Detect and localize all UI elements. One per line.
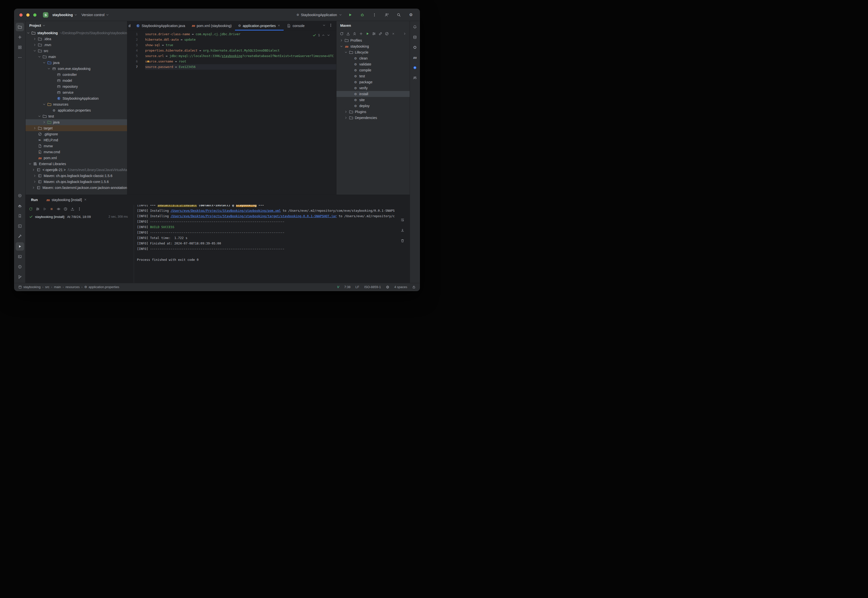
link-button[interactable] xyxy=(377,31,383,37)
tree-item[interactable]: ⚙site xyxy=(336,97,410,103)
tree-item[interactable]: Maven: ch.qos.logback:logback-classic:1.… xyxy=(25,173,127,179)
tree-item[interactable]: controller xyxy=(25,72,127,78)
chevron-right-icon[interactable] xyxy=(32,126,37,130)
editor-tab[interactable]: d xyxy=(128,21,133,30)
console-link[interactable]: /Users/eve/Desktop/Projects/StayBooking/… xyxy=(171,214,337,218)
chevron-right-icon[interactable] xyxy=(32,180,37,184)
tree-item[interactable]: ⚙validate xyxy=(336,61,410,67)
ai-ring-button[interactable] xyxy=(411,43,419,52)
tree-item[interactable]: Maven: ch.qos.logback:logback-core:1.5.6 xyxy=(25,179,127,185)
chevron-right-icon[interactable] xyxy=(32,43,37,46)
problems-button[interactable] xyxy=(16,263,24,271)
run-button[interactable] xyxy=(16,242,24,251)
scroll-end-button[interactable] xyxy=(398,226,407,235)
project-widget[interactable]: staybooking xyxy=(50,12,79,18)
tree-item[interactable]: .mvn xyxy=(25,42,127,48)
maven-tree[interactable]: ProfilesmstaybookingLifecycle⚙clean⚙vali… xyxy=(336,37,410,194)
build-button[interactable] xyxy=(16,232,24,241)
tree-item[interactable]: ⚙test xyxy=(336,73,410,79)
history-button[interactable] xyxy=(62,206,69,212)
editor-gutter[interactable]: 1234567 xyxy=(127,31,143,194)
file-encoding[interactable]: ISO-8859-1 xyxy=(364,285,381,289)
tree-item[interactable]: Plugins xyxy=(336,109,410,115)
tree-item[interactable]: CStaybookingApplication xyxy=(25,96,127,102)
project-button[interactable] xyxy=(16,23,24,31)
project-panel-header[interactable]: Project xyxy=(25,21,127,30)
services-button[interactable] xyxy=(16,222,24,230)
assistant-button[interactable] xyxy=(411,63,419,72)
search-everywhere-button[interactable] xyxy=(394,10,403,19)
breadcrumb-item[interactable]: staybooking xyxy=(18,285,40,289)
run-tab-close-button[interactable] xyxy=(84,198,87,202)
tree-item[interactable]: src xyxy=(25,48,127,54)
chevron-down-icon[interactable] xyxy=(327,33,330,37)
plus-button[interactable] xyxy=(358,31,364,37)
chevron-down-icon[interactable] xyxy=(42,103,46,106)
tree-item[interactable]: .idea xyxy=(25,36,127,42)
tree-item[interactable]: ⚙verify xyxy=(336,85,410,91)
chevron-down-icon[interactable] xyxy=(27,162,33,166)
tree-item[interactable]: com.eve.staybooking xyxy=(25,66,127,72)
kebab-button[interactable] xyxy=(329,23,333,28)
minimize-window-button[interactable] xyxy=(26,13,30,16)
chevron-right-button[interactable] xyxy=(402,31,408,37)
eye-button[interactable] xyxy=(55,206,62,212)
chevron-right-icon[interactable] xyxy=(343,116,348,120)
bookmarks-button[interactable] xyxy=(16,212,24,220)
editor-code[interactable]: source.driver-class-name = com.mysql.cj.… xyxy=(143,31,336,194)
tree-item[interactable]: main xyxy=(25,54,127,60)
tree-item[interactable]: External Libraries xyxy=(25,161,127,167)
sliders-button[interactable] xyxy=(371,31,377,37)
editor[interactable]: 1234567 source.driver-class-name = com.m… xyxy=(127,30,336,194)
unlock-icon[interactable] xyxy=(412,286,416,289)
vim-icon[interactable]: V xyxy=(337,286,339,289)
chevron-down-icon[interactable] xyxy=(26,31,31,35)
clear-button[interactable] xyxy=(398,236,407,245)
zoom-window-button[interactable] xyxy=(33,13,36,16)
chevron-down-icon[interactable] xyxy=(46,67,51,70)
globe-icon[interactable] xyxy=(386,286,389,289)
maven-panel-header[interactable]: Maven xyxy=(336,21,410,30)
database-button[interactable] xyxy=(411,33,419,42)
tree-item[interactable]: Maven: com.fasterxml.jackson.core:jackso… xyxy=(25,185,127,191)
run-result-row[interactable]: staybooking [install]: At 7/8/24, 18:09 … xyxy=(25,213,134,220)
tree-item[interactable]: ⚙application.properties xyxy=(25,108,127,113)
chevron-down-icon[interactable] xyxy=(32,49,37,52)
close-button[interactable] xyxy=(390,31,396,37)
run-button[interactable] xyxy=(346,10,354,19)
tree-item[interactable]: java xyxy=(25,60,127,66)
refresh-button[interactable] xyxy=(339,31,345,37)
tree-item[interactable]: Lifecycle xyxy=(336,49,410,55)
chevron-right-icon[interactable] xyxy=(339,39,344,42)
console-link[interactable]: /Users/eve/Desktop/Projects/StayBooking/… xyxy=(171,209,281,212)
chevron-right-icon[interactable] xyxy=(32,174,37,178)
tree-item[interactable]: ⚙package xyxy=(336,79,410,85)
code-with-me-button[interactable] xyxy=(382,10,391,19)
tree-item[interactable]: service xyxy=(25,90,127,96)
tab-close-button[interactable] xyxy=(277,24,280,28)
chevron-right-icon[interactable] xyxy=(31,186,36,190)
tree-item[interactable]: Dependencies xyxy=(336,115,410,121)
tree-item[interactable]: repository xyxy=(25,84,127,90)
chevron-right-icon[interactable] xyxy=(42,121,46,124)
run-tab[interactable]: m staybooking [install] xyxy=(43,195,89,205)
tree-item[interactable]: mvnw xyxy=(25,143,127,149)
inspections-widget[interactable]: 1 xyxy=(312,33,330,38)
editor-tab[interactable]: console xyxy=(283,21,308,30)
run-green-button[interactable] xyxy=(364,31,370,37)
tree-item[interactable]: resources xyxy=(25,102,127,108)
docker-button[interactable] xyxy=(16,202,24,210)
offline-button[interactable] xyxy=(384,31,390,37)
tree-item[interactable]: mstaybooking xyxy=(336,43,410,49)
chevron-down-icon[interactable] xyxy=(339,45,344,48)
chevron-down-icon[interactable] xyxy=(343,51,348,54)
terminal-button[interactable] xyxy=(16,253,24,261)
indent-style[interactable]: 4 spaces xyxy=(394,285,407,289)
tree-item[interactable]: mvnw.cmd xyxy=(25,149,127,155)
tree-item[interactable]: java xyxy=(25,119,127,125)
vcs-widget[interactable]: Version control xyxy=(79,12,111,18)
editor-tab[interactable]: CStaybookingApplication.java xyxy=(133,21,188,30)
maven-tool-button[interactable]: m xyxy=(411,53,419,62)
tree-item[interactable]: target xyxy=(25,125,127,131)
commit-button[interactable] xyxy=(16,33,24,42)
